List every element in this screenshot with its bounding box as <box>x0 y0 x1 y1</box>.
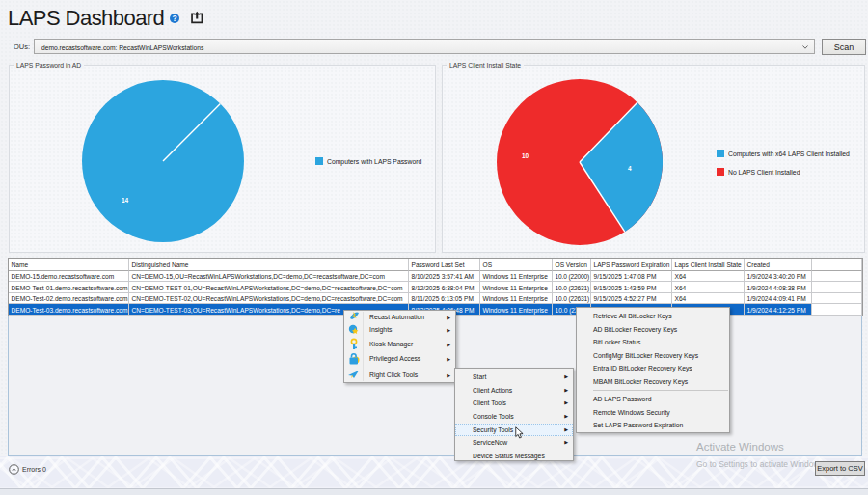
svg-text:?: ? <box>172 14 176 23</box>
